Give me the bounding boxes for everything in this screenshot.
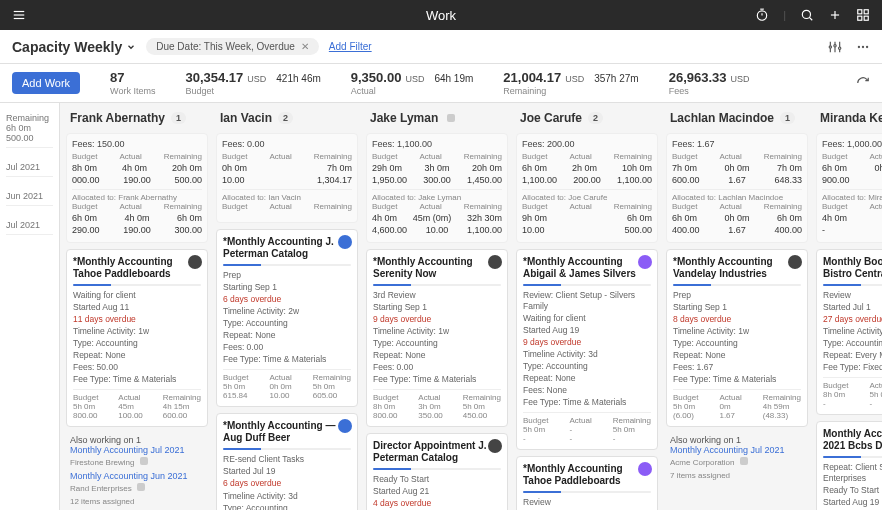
search-icon[interactable] — [800, 8, 814, 22]
card-line: Fee Type: Time & Materials — [373, 374, 501, 385]
lock-icon — [137, 483, 145, 491]
summary-fees: Fees: 1,000.00 — [822, 139, 882, 149]
work-card[interactable]: Monthly Accounting Jul 2021 Bcbs DonutsR… — [816, 421, 882, 510]
board: Remaining 6h 0m 500.00 Jul 2021 Jun 2021… — [0, 103, 882, 510]
card-line: Waiting for client — [73, 290, 201, 301]
stat-actual: 9,350.00USD64h 19m Actual — [351, 70, 474, 96]
svg-point-3 — [757, 11, 766, 20]
card-title: *Monthly Accounting Serenity Now — [373, 256, 501, 280]
note-link[interactable]: Monthly Accounting Jul 2021 — [70, 445, 204, 455]
card-line: 11 days overdue — [73, 314, 201, 325]
sidebar-item[interactable]: Jun 2021 — [6, 187, 53, 206]
card-title: *Monthly Accounting Vandelay Industries — [673, 256, 801, 280]
stat-budget: 30,354.17USD421h 46m Budget — [185, 70, 320, 96]
note-sub: Rand Enterprises — [70, 483, 204, 493]
card-line: Review — [523, 497, 651, 508]
columns-container: Frank Abernathy1 Fees: 150.00 BudgetActu… — [60, 103, 882, 510]
summary-alloc: Allocated to: Frank Abernathy — [72, 189, 202, 202]
progress-bar — [673, 284, 801, 286]
add-filter-link[interactable]: Add Filter — [329, 41, 372, 52]
filter-pill-due-date[interactable]: Due Date: This Week, Overdue ✕ — [146, 38, 319, 55]
page-toolbar: Capacity Weekly Due Date: This Week, Ove… — [0, 30, 882, 64]
card-line: Waiting for client — [523, 313, 651, 324]
summary-fees: Fees: 1,100.00 — [372, 139, 502, 149]
card-title: Monthly Accounting Jul 2021 Bcbs Donuts — [823, 428, 882, 452]
note-link[interactable]: Monthly Accounting Jul 2021 — [670, 445, 804, 455]
filter-remove-icon[interactable]: ✕ — [301, 41, 309, 52]
svg-point-24 — [862, 45, 864, 47]
column-name: Ian Vacin — [220, 111, 272, 125]
work-card[interactable]: Director Appointment J. Peterman Catalog… — [366, 433, 508, 510]
column-header[interactable]: Frank Abernathy1 — [66, 109, 208, 127]
card-line: Fee Type: Time & Materials — [523, 397, 651, 408]
more-icon[interactable] — [856, 40, 870, 54]
card-line: Timeline Activity: 1w — [373, 326, 501, 337]
card-title: *Monthly Accounting J. Peterman Catalog — [223, 236, 351, 260]
work-card[interactable]: *Monthly Accounting J. Peterman CatalogP… — [216, 229, 358, 407]
column-header[interactable]: Jake Lyman — [366, 109, 508, 127]
card-line: Timeline Activity: 3d — [523, 349, 651, 360]
column: Joe Carufe2 Fees: 200.00 BudgetActualRem… — [516, 109, 658, 509]
progress-bar — [373, 468, 501, 470]
progress-bar — [373, 284, 501, 286]
card-line: Repeat: None — [523, 373, 651, 384]
column-name: Miranda Kendall — [820, 111, 882, 125]
card-line: Fees: 0.00 — [373, 362, 501, 373]
work-card[interactable]: *Monthly Accounting Vandelay IndustriesP… — [666, 249, 808, 427]
refresh-icon[interactable] — [856, 76, 870, 90]
card-line: Type: Accounting — [73, 338, 201, 349]
filter-pill-label: Due Date: This Week, Overdue — [156, 41, 295, 52]
column-header[interactable]: Ian Vacin2 — [216, 109, 358, 127]
timer-icon[interactable] — [755, 8, 769, 22]
sidebar-item[interactable]: Jul 2021 — [6, 158, 53, 177]
card-footer: Budget8h 0m800.00 Actual3h 0m350.00 Rema… — [373, 389, 501, 420]
chevron-down-icon — [126, 42, 136, 52]
card-title: *Monthly Accounting Abigail & James Silv… — [523, 256, 651, 280]
column-header[interactable]: Miranda Kendall2 — [816, 109, 882, 127]
card-line: Review — [823, 290, 882, 301]
progress-bar — [523, 284, 651, 286]
card-title: *Monthly Accounting — Aug Duff Beer — [223, 420, 351, 444]
sidebar-item[interactable]: Jul 2021 — [6, 216, 53, 235]
card-line: Fee Type: Fixed Fee — [823, 362, 882, 373]
work-card[interactable]: Monthly Bookkeeping Jun Bistro Central P… — [816, 249, 882, 415]
work-card[interactable]: *Monthly Accounting Abigail & James Silv… — [516, 249, 658, 450]
card-line: RE-send Client Tasks — [223, 454, 351, 465]
card-line: Repeat: None — [673, 350, 801, 361]
add-work-button[interactable]: Add Work — [12, 72, 80, 94]
card-line: Fees: 1.67 — [673, 362, 801, 373]
work-card[interactable]: *Monthly Accounting Tahoe PaddleboardsWa… — [66, 249, 208, 427]
column-header[interactable]: Joe Carufe2 — [516, 109, 658, 127]
card-line: Started Aug 21 — [373, 486, 501, 497]
card-line: Fee Type: Time & Materials — [673, 374, 801, 385]
column: Jake Lyman Fees: 1,100.00 BudgetActualRe… — [366, 109, 508, 509]
sliders-icon[interactable] — [828, 40, 842, 54]
column-header[interactable]: Lachlan Macindoe1 — [666, 109, 808, 127]
page-title[interactable]: Capacity Weekly — [12, 39, 136, 55]
card-line: Ready To Start — [373, 474, 501, 485]
card-line: Type: Accounting — [373, 338, 501, 349]
note-link[interactable]: Monthly Accounting Jun 2021 — [70, 471, 204, 481]
plus-icon[interactable] — [828, 8, 842, 22]
card-line: Review: Client Setup - Silvers Family — [523, 290, 651, 312]
work-card[interactable]: *Monthly Accounting — Aug Duff BeerRE-se… — [216, 413, 358, 510]
card-line: 6 days overdue — [223, 478, 351, 489]
column-summary: Fees: 1.67 BudgetActualRemaining 7h 0m0h… — [666, 133, 808, 243]
menu-icon[interactable] — [12, 8, 26, 22]
stats-bar: Add Work 87 Work Items 30,354.17USD421h … — [0, 64, 882, 103]
progress-bar — [823, 456, 882, 458]
card-footer: Budget8h 0m- Actual5h 0m- Remaining5h 0m… — [823, 377, 882, 408]
summary-alloc: Allocated to: Jake Lyman — [372, 189, 502, 202]
card-line: 8 days overdue — [673, 314, 801, 325]
work-card[interactable]: *Monthly Accounting Serenity Now3rd Revi… — [366, 249, 508, 427]
app-topbar: Work | — [0, 0, 882, 30]
card-line: Timeline Activity: 3d — [223, 491, 351, 502]
column: Lachlan Macindoe1 Fees: 1.67 BudgetActua… — [666, 109, 808, 509]
column-name: Lachlan Macindoe — [670, 111, 774, 125]
column: Miranda Kendall2 Fees: 1,000.00 BudgetAc… — [816, 109, 882, 509]
settings-icon[interactable] — [856, 8, 870, 22]
also-working-on: Also working on 1Monthly Accounting Jul … — [66, 433, 208, 510]
work-card[interactable]: *Monthly Accounting Tahoe PaddleboardsRe… — [516, 456, 658, 510]
lock-icon — [140, 457, 148, 465]
column: Ian Vacin2 Fees: 0.00 BudgetActualRemain… — [216, 109, 358, 509]
